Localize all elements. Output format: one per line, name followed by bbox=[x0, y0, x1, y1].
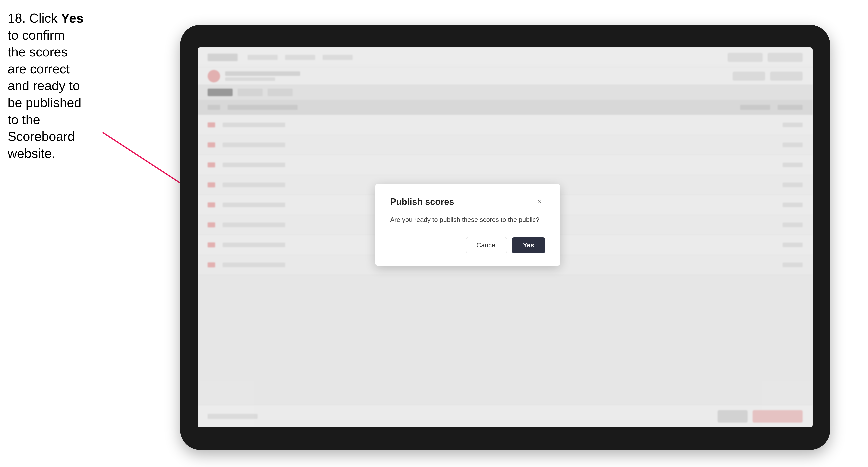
dialog-close-button[interactable]: × bbox=[534, 196, 545, 208]
tablet-device: Publish scores × Are you ready to publis… bbox=[180, 25, 830, 450]
instruction-prefix: Click bbox=[29, 11, 61, 26]
yes-keyword: Yes bbox=[61, 11, 84, 26]
instruction-text: 18. Click Yes to confirm the scores are … bbox=[7, 10, 85, 162]
instruction-suffix: to confirm the scores are correct and re… bbox=[7, 28, 81, 161]
dialog-header: Publish scores × bbox=[390, 196, 545, 208]
modal-overlay: Publish scores × Are you ready to publis… bbox=[197, 48, 813, 428]
dialog-footer: Cancel Yes bbox=[390, 237, 545, 253]
tablet-screen: Publish scores × Are you ready to publis… bbox=[197, 48, 813, 428]
dialog-title: Publish scores bbox=[390, 197, 454, 207]
step-number: 18. bbox=[7, 11, 26, 26]
dialog-body-text: Are you ready to publish these scores to… bbox=[390, 215, 545, 225]
publish-scores-dialog: Publish scores × Are you ready to publis… bbox=[375, 184, 560, 266]
cancel-button[interactable]: Cancel bbox=[466, 237, 507, 253]
yes-button[interactable]: Yes bbox=[512, 238, 545, 253]
